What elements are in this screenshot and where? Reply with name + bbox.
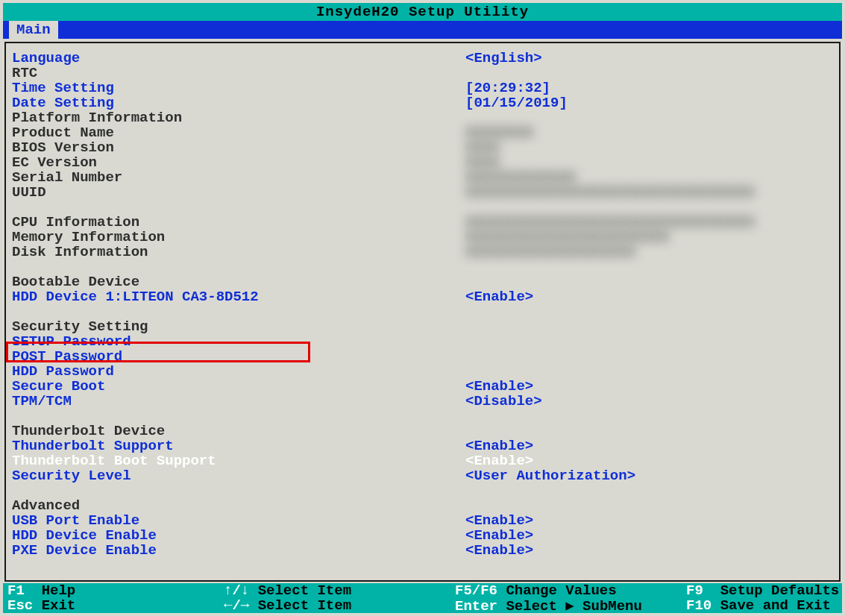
setting-row: Security Setting <box>10 319 835 334</box>
setting-label: Language <box>10 51 465 66</box>
setting-value <box>465 424 835 439</box>
setting-label: Platform Information <box>10 110 465 125</box>
setting-value[interactable]: [01/15/2019] <box>465 95 835 110</box>
setting-row[interactable]: Secure Boot<Enable> <box>10 379 835 394</box>
setting-label: HDD Password <box>10 364 465 379</box>
setting-value[interactable]: <Enable> <box>465 379 835 394</box>
setting-value[interactable]: <Disable> <box>465 394 835 409</box>
setting-value[interactable]: <Enable> <box>465 439 835 453</box>
setting-label: USB Port Enable <box>10 513 465 528</box>
setting-label: BIOS Version <box>10 140 465 155</box>
setting-label: EC Version <box>10 155 465 170</box>
setting-value <box>465 200 835 215</box>
setting-label: Date Setting <box>10 95 465 110</box>
setting-row[interactable]: HDD Device 1:LITEON CA3-8D512<Enable> <box>10 289 835 304</box>
setting-label: Disk Information <box>10 245 465 260</box>
setting-row[interactable]: HDD Device Enable<Enable> <box>10 528 835 543</box>
setting-label: Secure Boot <box>10 379 465 394</box>
setting-row: EC VersionXXXX <box>10 155 835 170</box>
setting-value[interactable] <box>465 334 835 349</box>
setting-row: Product NameXXXXXXXX <box>10 125 835 140</box>
setting-value: XXXXXXXXXXXXXXXXXXXXXXXXXXXXXXXXXX <box>465 185 835 200</box>
setting-label: SETUP Password <box>10 334 465 349</box>
main-panel: Language<English>RTCTime Setting[20:29:3… <box>4 42 841 582</box>
setting-label: PXE Device Enable <box>10 543 465 558</box>
setting-label <box>10 409 465 424</box>
setting-value[interactable] <box>465 349 835 364</box>
setting-label: Product Name <box>10 125 465 140</box>
setting-row[interactable]: Date Setting[01/15/2019] <box>10 95 835 110</box>
setting-value: XXXX <box>465 140 835 155</box>
setting-row: Disk InformationXXXXXXXXXXXXXXXXXXXX <box>10 245 835 260</box>
setting-value: XXXX <box>465 155 835 170</box>
setting-label <box>10 304 465 319</box>
setting-label: Thunderbolt Boot Support <box>10 453 465 468</box>
setting-value[interactable]: <User Authorization> <box>465 468 835 483</box>
setting-row[interactable]: PXE Device Enable<Enable> <box>10 543 835 558</box>
setting-value[interactable]: [20:29:32] <box>465 81 835 95</box>
setting-value[interactable]: <Enable> <box>465 543 835 558</box>
setting-label <box>10 200 465 215</box>
title-bar: InsydeH20 Setup Utility <box>3 3 842 21</box>
setting-row <box>10 304 835 319</box>
setting-row: UUIDXXXXXXXXXXXXXXXXXXXXXXXXXXXXXXXXXX <box>10 185 835 200</box>
setting-value <box>465 319 835 334</box>
setting-value[interactable]: <English> <box>465 51 835 66</box>
setting-value <box>465 66 835 81</box>
setting-label: Thunderbolt Device <box>10 424 465 439</box>
setting-row[interactable]: TPM/TCM<Disable> <box>10 394 835 409</box>
setting-value[interactable] <box>465 364 835 379</box>
setting-row: Advanced <box>10 498 835 513</box>
setting-row[interactable]: Thunderbolt Support<Enable> <box>10 439 835 453</box>
setting-label: TPM/TCM <box>10 394 465 409</box>
setting-row[interactable]: HDD Password <box>10 364 835 379</box>
setting-label: Security Setting <box>10 319 465 334</box>
setting-label: Thunderbolt Support <box>10 439 465 453</box>
setting-row[interactable]: Language<English> <box>10 51 835 66</box>
setting-value <box>465 409 835 424</box>
setting-value: XXXXXXXX <box>465 125 835 140</box>
setting-value <box>465 498 835 513</box>
setting-value <box>465 483 835 498</box>
setting-value[interactable]: <Enable> <box>465 528 835 543</box>
setting-row[interactable]: SETUP Password <box>10 334 835 349</box>
setting-row[interactable]: Time Setting[20:29:32] <box>10 81 835 95</box>
setting-label: Memory Information <box>10 230 465 245</box>
footer-help-bar: F1 Help ↑/↓ Select Item F5/F6 Change Val… <box>3 583 842 613</box>
setting-label <box>10 483 465 498</box>
setting-row: CPU InformationXXXXXXXXXXXXXXXXXXXXXXXXX… <box>10 215 835 230</box>
setting-row[interactable]: USB Port Enable<Enable> <box>10 513 835 528</box>
setting-row: Memory InformationXXXXXXXXXXXXXXXXXXXXXX… <box>10 230 835 245</box>
setting-value <box>465 260 835 274</box>
setting-label: POST Password <box>10 349 465 364</box>
setting-label: Serial Number <box>10 170 465 185</box>
setting-row: RTC <box>10 66 835 81</box>
setting-row <box>10 200 835 215</box>
footer-esc-exit: Esc Exit <box>3 597 219 614</box>
setting-row[interactable]: POST Password <box>10 349 835 364</box>
setting-row <box>10 260 835 274</box>
setting-value[interactable]: <Enable> <box>465 289 835 304</box>
tab-main[interactable]: Main <box>9 21 58 39</box>
setting-row: Platform Information <box>10 110 835 125</box>
setting-row[interactable]: Security Level<User Authorization> <box>10 468 835 483</box>
setting-value: XXXXXXXXXXXXXXXXXXXX <box>465 245 835 260</box>
setting-value[interactable]: <Enable> <box>465 453 835 468</box>
setting-value[interactable]: <Enable> <box>465 513 835 528</box>
setting-label: HDD Device 1:LITEON CA3-8D512 <box>10 289 465 304</box>
setting-value: XXXXXXXXXXXXXXXXXXXXXXXX <box>465 230 835 245</box>
setting-row <box>10 409 835 424</box>
setting-value <box>465 304 835 319</box>
setting-label: UUID <box>10 185 465 200</box>
setting-row[interactable]: Thunderbolt Boot Support<Enable> <box>10 453 835 468</box>
setting-label: Bootable Device <box>10 274 465 289</box>
setting-label: RTC <box>10 66 465 81</box>
setting-label: CPU Information <box>10 215 465 230</box>
footer-f1-help: F1 Help <box>3 582 219 599</box>
footer-updown-select: ↑/↓ Select Item <box>219 582 450 599</box>
setting-value: XXXXXXXXXXXXXXXXXXXXXXXXXXXXXXXXXX <box>465 215 835 230</box>
footer-leftright-select: ←/→ Select Item <box>219 597 450 614</box>
bios-screen: InsydeH20 Setup Utility Main Language<En… <box>0 0 845 616</box>
setting-label: Advanced <box>10 498 465 513</box>
setting-label <box>10 260 465 274</box>
